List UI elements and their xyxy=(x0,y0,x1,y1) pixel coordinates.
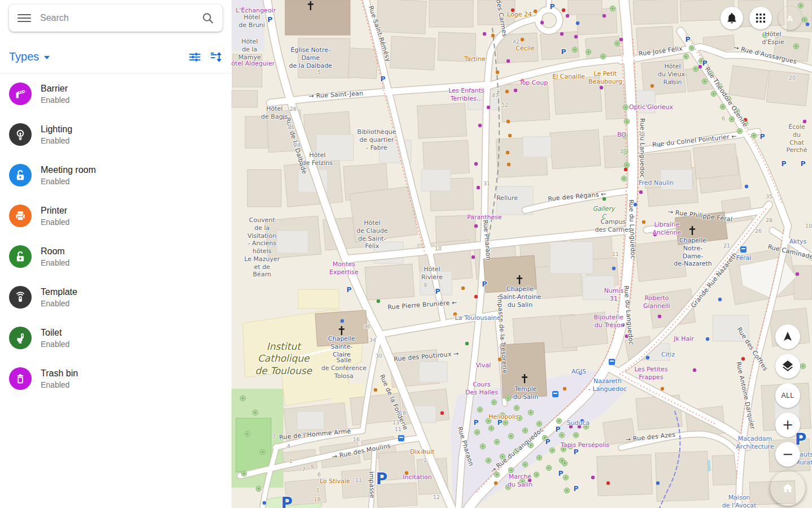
navigation-arrow-icon xyxy=(781,330,794,344)
type-icon xyxy=(9,83,32,105)
type-status: Enabled xyxy=(41,339,69,350)
minus-icon: − xyxy=(782,448,793,461)
type-status: Enabled xyxy=(41,298,77,309)
type-status: Enabled xyxy=(41,176,96,187)
filter-icon[interactable] xyxy=(188,50,202,64)
types-header: Types xyxy=(0,41,232,73)
zoom-in-button[interactable]: + xyxy=(775,413,800,437)
type-status: Enabled xyxy=(41,95,69,106)
type-icon xyxy=(9,164,32,186)
type-list-item-room[interactable]: Room Enabled xyxy=(0,236,232,277)
type-icon xyxy=(9,327,32,349)
app-root: { "accent":"#1a73e8", "search":{"placeho… xyxy=(0,0,812,508)
avatar[interactable]: A xyxy=(778,6,802,30)
type-label: Toilet xyxy=(41,327,69,339)
compass-button[interactable] xyxy=(775,324,800,349)
chevron-down-icon xyxy=(44,56,50,59)
search-icon[interactable] xyxy=(201,11,215,25)
type-status: Enabled xyxy=(41,217,69,228)
notifications-button[interactable] xyxy=(721,7,743,29)
type-label: Barrier xyxy=(41,83,69,95)
type-status: Enabled xyxy=(41,258,69,268)
type-icon xyxy=(9,123,32,146)
type-list-item-trash-bin[interactable]: Trash bin Enabled xyxy=(0,358,232,399)
type-list-item-printer[interactable]: Printer Enabled xyxy=(0,196,232,236)
type-label: Meeting room xyxy=(41,164,96,176)
type-icon xyxy=(9,245,32,268)
search-input[interactable] xyxy=(39,12,193,24)
type-label: Lighting xyxy=(41,123,72,136)
type-list-item-lighting[interactable]: Lighting Enabled xyxy=(0,114,232,155)
type-status: Enabled xyxy=(41,136,72,146)
types-label: Types xyxy=(9,50,39,63)
search-bar[interactable] xyxy=(9,5,222,32)
layers-icon xyxy=(781,359,794,373)
apps-button[interactable] xyxy=(749,7,772,29)
map-canvas[interactable]: → Rue Saint-JeanRue de la DalbadeRue Sai… xyxy=(232,0,812,508)
all-button[interactable]: ALL xyxy=(775,383,800,408)
type-icon xyxy=(9,367,32,390)
type-icon xyxy=(9,205,32,227)
type-label: Trash bin xyxy=(41,367,78,380)
apps-grid-icon xyxy=(756,13,766,23)
type-label: Room xyxy=(41,245,69,258)
type-list-item-template[interactable]: Template Enabled xyxy=(0,277,232,318)
map-base-layer xyxy=(232,0,812,508)
type-label: Printer xyxy=(41,205,69,217)
type-list-item-meeting-room[interactable]: Meeting room Enabled xyxy=(0,155,232,196)
menu-icon[interactable] xyxy=(18,11,31,25)
type-status: Enabled xyxy=(41,380,78,390)
home-button[interactable] xyxy=(770,471,805,506)
plus-icon: + xyxy=(782,418,793,432)
types-dropdown[interactable]: Types xyxy=(9,50,50,63)
sort-icon[interactable] xyxy=(209,50,222,64)
type-icon xyxy=(9,286,32,309)
type-list: Barrier Enabled Lighting Enabled Meeting… xyxy=(0,73,232,399)
home-icon xyxy=(780,481,795,496)
layers-button[interactable] xyxy=(775,354,800,379)
type-list-item-toilet[interactable]: Toilet Enabled xyxy=(0,318,232,358)
sidebar: Types Barrier Enabled Lighting Enabl xyxy=(0,0,232,508)
type-label: Template xyxy=(41,286,77,298)
bell-icon xyxy=(726,12,738,24)
type-list-item-barrier[interactable]: Barrier Enabled xyxy=(0,73,232,114)
zoom-out-button[interactable]: − xyxy=(775,442,800,467)
